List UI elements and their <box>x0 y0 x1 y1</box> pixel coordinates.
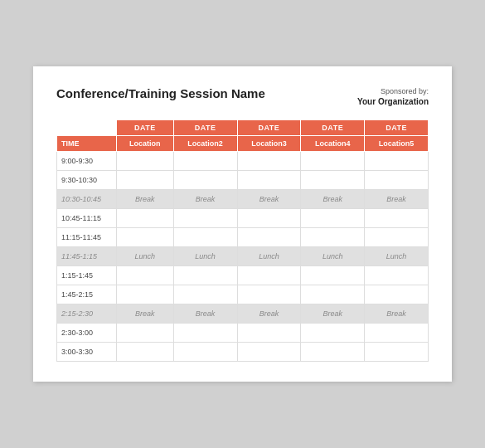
data-cell <box>237 324 301 343</box>
location-col-2: Location2 <box>173 136 237 152</box>
time-cell: 10:30-10:45 <box>57 190 117 209</box>
location-col-4: Location4 <box>301 136 365 152</box>
data-cell: Break <box>173 304 237 324</box>
data-cell: Break <box>117 190 174 209</box>
date-col-2: DATE <box>173 120 237 136</box>
location-col-3: Location3 <box>237 136 301 152</box>
data-cell <box>237 285 301 304</box>
data-cell <box>237 228 301 247</box>
data-cell <box>365 266 429 285</box>
time-cell: 3:00-3:30 <box>57 343 117 362</box>
data-cell: Break <box>117 304 174 324</box>
data-cell <box>237 343 301 362</box>
table-row: 9:00-9:30 <box>57 152 429 171</box>
data-cell <box>365 343 429 362</box>
data-cell <box>301 209 365 228</box>
time-cell: 10:45-11:15 <box>57 209 117 228</box>
data-cell <box>117 209 174 228</box>
table-row: 1:15-1:45 <box>57 266 429 285</box>
data-cell <box>173 343 237 362</box>
data-cell <box>365 228 429 247</box>
data-cell <box>301 266 365 285</box>
data-cell <box>117 324 174 343</box>
time-cell: 11:15-11:45 <box>57 228 117 247</box>
data-cell <box>365 285 429 304</box>
sponsor-name: Your Organization <box>357 97 429 106</box>
data-cell <box>301 343 365 362</box>
session-title: Conference/Training Session Name <box>56 86 265 100</box>
data-cell <box>173 285 237 304</box>
data-cell: Lunch <box>365 247 429 266</box>
data-cell <box>365 209 429 228</box>
time-header: TIME <box>57 136 117 152</box>
data-cell: Break <box>173 190 237 209</box>
data-cell <box>117 343 174 362</box>
location-col-1: Location <box>117 136 174 152</box>
date-col-1: DATE <box>117 120 174 136</box>
table-row: 1:45-2:15 <box>57 285 429 304</box>
data-cell <box>173 209 237 228</box>
date-col-3: DATE <box>237 120 301 136</box>
time-cell: 2:15-2:30 <box>57 304 117 324</box>
data-cell: Break <box>301 190 365 209</box>
data-cell <box>301 228 365 247</box>
schedule-table: DATE DATE DATE DATE DATE TIME Location L… <box>56 119 429 362</box>
data-cell <box>173 266 237 285</box>
data-cell: Lunch <box>117 247 174 266</box>
time-cell: 11:45-1:15 <box>57 247 117 266</box>
data-cell <box>173 324 237 343</box>
location-header-row: TIME Location Location2 Location3 Locati… <box>57 136 429 152</box>
page-container: Conference/Training Session Name Sponsor… <box>33 66 452 382</box>
data-cell: Break <box>365 190 429 209</box>
data-cell <box>117 171 174 190</box>
date-empty-cell <box>57 120 117 136</box>
data-cell <box>117 266 174 285</box>
time-cell: 9:30-10:30 <box>57 171 117 190</box>
data-cell: Break <box>301 304 365 324</box>
data-cell: Break <box>237 304 301 324</box>
table-row: 10:30-10:45BreakBreakBreakBreakBreak <box>57 190 429 209</box>
data-cell <box>301 152 365 171</box>
data-cell <box>117 152 174 171</box>
data-cell <box>365 171 429 190</box>
schedule-body: 9:00-9:309:30-10:3010:30-10:45BreakBreak… <box>57 152 429 362</box>
data-cell <box>301 171 365 190</box>
data-cell <box>237 171 301 190</box>
date-col-4: DATE <box>301 120 365 136</box>
table-row: 2:15-2:30BreakBreakBreakBreakBreak <box>57 304 429 324</box>
table-row: 3:00-3:30 <box>57 343 429 362</box>
data-cell <box>237 266 301 285</box>
sponsor-block: Sponsored by: Your Organization <box>357 86 429 109</box>
table-row: 9:30-10:30 <box>57 171 429 190</box>
data-cell <box>237 209 301 228</box>
data-cell <box>365 324 429 343</box>
data-cell <box>237 152 301 171</box>
table-row: 11:45-1:15LunchLunchLunchLunchLunch <box>57 247 429 266</box>
data-cell <box>173 171 237 190</box>
sponsor-label: Sponsored by: <box>381 87 429 95</box>
time-cell: 1:15-1:45 <box>57 266 117 285</box>
location-col-5: Location5 <box>365 136 429 152</box>
data-cell <box>301 324 365 343</box>
data-cell <box>173 152 237 171</box>
table-row: 10:45-11:15 <box>57 209 429 228</box>
table-row: 2:30-3:00 <box>57 324 429 343</box>
data-cell: Lunch <box>301 247 365 266</box>
data-cell: Break <box>237 190 301 209</box>
time-cell: 9:00-9:30 <box>57 152 117 171</box>
data-cell <box>365 152 429 171</box>
time-cell: 2:30-3:00 <box>57 324 117 343</box>
page-header: Conference/Training Session Name Sponsor… <box>56 86 429 109</box>
data-cell <box>117 285 174 304</box>
time-cell: 1:45-2:15 <box>57 285 117 304</box>
date-header-row: DATE DATE DATE DATE DATE <box>57 120 429 136</box>
data-cell: Lunch <box>237 247 301 266</box>
data-cell <box>117 228 174 247</box>
data-cell <box>301 285 365 304</box>
date-col-5: DATE <box>365 120 429 136</box>
data-cell <box>173 228 237 247</box>
table-row: 11:15-11:45 <box>57 228 429 247</box>
data-cell: Break <box>365 304 429 324</box>
data-cell: Lunch <box>173 247 237 266</box>
